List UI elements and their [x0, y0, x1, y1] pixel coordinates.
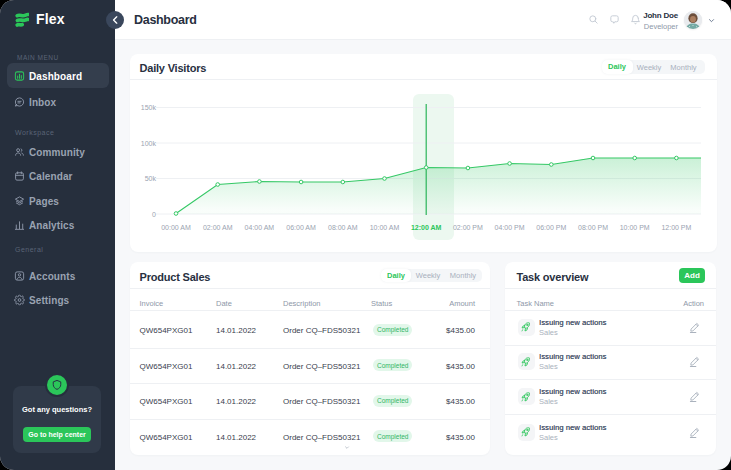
svg-text:06:00 PM: 06:00 PM	[536, 224, 566, 231]
svg-text:08:00 AM: 08:00 AM	[328, 224, 358, 231]
svg-text:02:00 AM: 02:00 AM	[203, 224, 233, 231]
svg-text:10:00 AM: 10:00 AM	[370, 224, 400, 231]
svg-text:00:00 AM: 00:00 AM	[161, 224, 191, 231]
svg-text:10:00 PM: 10:00 PM	[620, 224, 650, 231]
svg-text:100k: 100k	[141, 140, 157, 147]
svg-text:0: 0	[152, 211, 156, 218]
svg-text:12:00 PM: 12:00 PM	[661, 224, 691, 231]
svg-text:50k: 50k	[145, 175, 157, 182]
svg-text:08:00 PM: 08:00 PM	[578, 224, 608, 231]
svg-text:04:00 PM: 04:00 PM	[495, 224, 525, 231]
svg-text:12:00 AM: 12:00 AM	[411, 224, 442, 231]
svg-text:150k: 150k	[141, 104, 157, 111]
svg-text:04:00 AM: 04:00 AM	[245, 224, 275, 231]
svg-text:06:00 AM: 06:00 AM	[286, 224, 316, 231]
svg-text:02:00 PM: 02:00 PM	[453, 224, 483, 231]
